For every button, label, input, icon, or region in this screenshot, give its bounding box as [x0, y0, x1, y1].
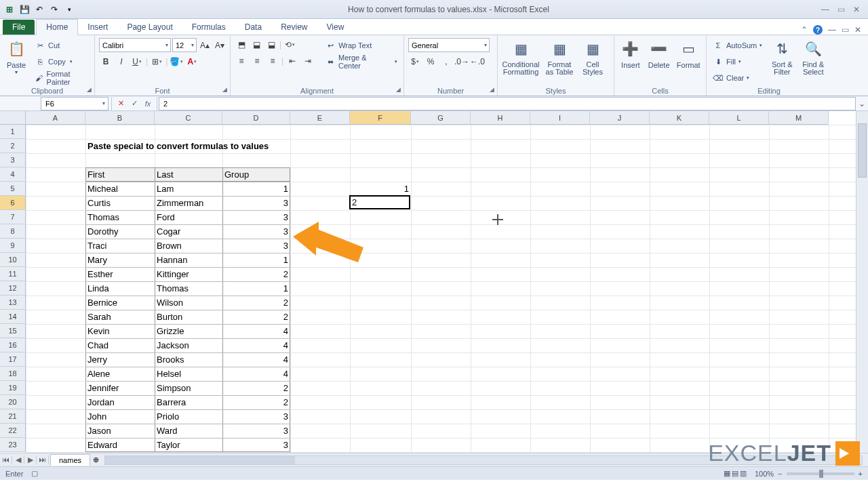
col-header-E[interactable]: E: [290, 111, 350, 125]
tab-view[interactable]: View: [317, 20, 354, 35]
scroll-thumb[interactable]: [858, 123, 867, 178]
font-launcher[interactable]: ◢: [220, 86, 229, 94]
row-header-13[interactable]: 13: [0, 296, 26, 310]
row-header-4[interactable]: 4: [0, 167, 26, 182]
tab-home[interactable]: Home: [36, 19, 78, 35]
insert-cells-button[interactable]: ➕Insert: [618, 38, 643, 69]
expand-formula-bar-icon[interactable]: ⌄: [856, 99, 868, 108]
col-header-J[interactable]: J: [590, 111, 650, 125]
row-header-18[interactable]: 18: [0, 367, 26, 381]
minimize-button[interactable]: —: [821, 5, 829, 14]
cell-C4[interactable]: Last: [155, 167, 222, 182]
wrap-text-button[interactable]: ↩Wrap Text: [323, 38, 399, 53]
autosum-button[interactable]: ΣAutoSum▾: [711, 38, 764, 53]
sheet-nav-first-icon[interactable]: ⏮: [0, 455, 12, 464]
minimize-ribbon-icon[interactable]: ⌃: [801, 25, 808, 35]
cell-B19[interactable]: Jennifer: [85, 381, 155, 395]
cell-C20[interactable]: Barrera: [155, 395, 222, 409]
cell-B5[interactable]: Micheal: [85, 182, 155, 196]
cell-D17[interactable]: 4: [222, 352, 290, 367]
row-header-9[interactable]: 9: [0, 239, 26, 253]
row-header-5[interactable]: 5: [0, 182, 26, 196]
sheet-nav-next-icon[interactable]: ▶: [24, 455, 37, 464]
new-sheet-icon[interactable]: ⊕: [93, 455, 99, 464]
row-header-14[interactable]: 14: [0, 310, 26, 324]
cell-B16[interactable]: Chad: [85, 338, 155, 352]
cell-editor[interactable]: [351, 197, 409, 208]
row-header-10[interactable]: 10: [0, 253, 26, 267]
underline-button[interactable]: U: [130, 55, 144, 68]
undo-icon[interactable]: ↶: [33, 3, 46, 16]
page-break-view-icon[interactable]: ▥: [740, 469, 747, 478]
col-header-H[interactable]: H: [471, 111, 530, 125]
row-header-3[interactable]: 3: [0, 153, 26, 167]
vertical-scrollbar[interactable]: [856, 111, 868, 453]
fill-button[interactable]: ⬇Fill▾: [711, 54, 764, 69]
clipboard-launcher[interactable]: ◢: [85, 86, 93, 94]
close-button[interactable]: ✕: [853, 5, 860, 14]
cell-B18[interactable]: Alene: [85, 367, 155, 381]
row-header-21[interactable]: 21: [0, 409, 26, 424]
cell-C23[interactable]: Taylor: [155, 438, 222, 452]
format-cells-button[interactable]: ▭Format: [675, 38, 703, 69]
tab-file[interactable]: File: [3, 20, 35, 35]
cell-B12[interactable]: Linda: [85, 281, 155, 296]
tab-review[interactable]: Review: [271, 20, 317, 35]
cell-B11[interactable]: Esther: [85, 267, 155, 281]
cell-C18[interactable]: Helsel: [155, 367, 222, 381]
align-left-icon[interactable]: ≡: [235, 54, 248, 68]
number-launcher[interactable]: ◢: [488, 86, 496, 94]
cell-C7[interactable]: Ford: [155, 210, 222, 224]
cell-D16[interactable]: 4: [222, 338, 290, 352]
format-as-table-button[interactable]: ▦Format as Table: [544, 38, 575, 76]
sort-filter-button[interactable]: ⇅Sort & Filter: [768, 38, 795, 76]
cell-C14[interactable]: Burton: [155, 310, 222, 324]
font-size-combo[interactable]: 12: [172, 38, 197, 52]
row-header-15[interactable]: 15: [0, 324, 26, 338]
cell-C5[interactable]: Lam: [155, 182, 222, 196]
select-all-corner[interactable]: [0, 111, 26, 125]
sheet-tab-names[interactable]: names: [50, 454, 90, 466]
cell-C13[interactable]: Wilson: [155, 296, 222, 310]
cell-C21[interactable]: Priolo: [155, 409, 222, 424]
page-layout-view-icon[interactable]: ▤: [732, 469, 738, 478]
col-header-D[interactable]: D: [222, 111, 290, 125]
decrease-indent-icon[interactable]: ⇤: [285, 54, 299, 68]
row-header-8[interactable]: 8: [0, 224, 26, 239]
cell-F5[interactable]: 1: [350, 182, 411, 196]
cell-D5[interactable]: 1: [222, 182, 290, 196]
cell-D18[interactable]: 4: [222, 367, 290, 381]
tab-formulas[interactable]: Formulas: [182, 20, 235, 35]
align-bottom-icon[interactable]: ⬓: [264, 38, 278, 52]
macro-record-icon[interactable]: ▢: [31, 469, 38, 478]
col-header-I[interactable]: I: [530, 111, 590, 125]
active-cell-F6[interactable]: [349, 195, 410, 209]
normal-view-icon[interactable]: ▦: [724, 469, 730, 478]
cell-D20[interactable]: 2: [222, 395, 290, 409]
col-header-A[interactable]: A: [26, 111, 85, 125]
italic-button[interactable]: I: [115, 55, 128, 68]
merge-center-button[interactable]: ⬌Merge & Center▾: [323, 54, 399, 69]
cell-C19[interactable]: Simpson: [155, 381, 222, 395]
decrease-decimal-icon[interactable]: ←.0: [471, 55, 484, 68]
name-box[interactable]: F6: [41, 97, 108, 110]
conditional-formatting-button[interactable]: ▦Conditional Formatting: [502, 38, 540, 76]
cell-B9[interactable]: Traci: [85, 239, 155, 253]
copy-button[interactable]: ⎘Copy▾: [33, 54, 90, 69]
currency-icon[interactable]: $: [408, 55, 422, 68]
cell-B2[interactable]: Paste special to convert formulas to val…: [85, 139, 357, 153]
help-icon[interactable]: ?: [813, 25, 823, 35]
row-header-16[interactable]: 16: [0, 338, 26, 352]
accept-formula-icon[interactable]: ✓: [128, 99, 140, 108]
cell-D14[interactable]: 2: [222, 310, 290, 324]
zoom-slider[interactable]: [787, 472, 854, 475]
grow-font-icon[interactable]: A▴: [198, 39, 212, 52]
cell-B10[interactable]: Mary: [85, 253, 155, 267]
col-header-C[interactable]: C: [155, 111, 222, 125]
cell-C11[interactable]: Kittinger: [155, 267, 222, 281]
align-right-icon[interactable]: ≡: [266, 54, 279, 68]
row-header-19[interactable]: 19: [0, 381, 26, 395]
delete-cells-button[interactable]: ➖Delete: [647, 38, 671, 69]
cell-B7[interactable]: Thomas: [85, 210, 155, 224]
clear-button[interactable]: ⌫Clear▾: [711, 70, 764, 85]
